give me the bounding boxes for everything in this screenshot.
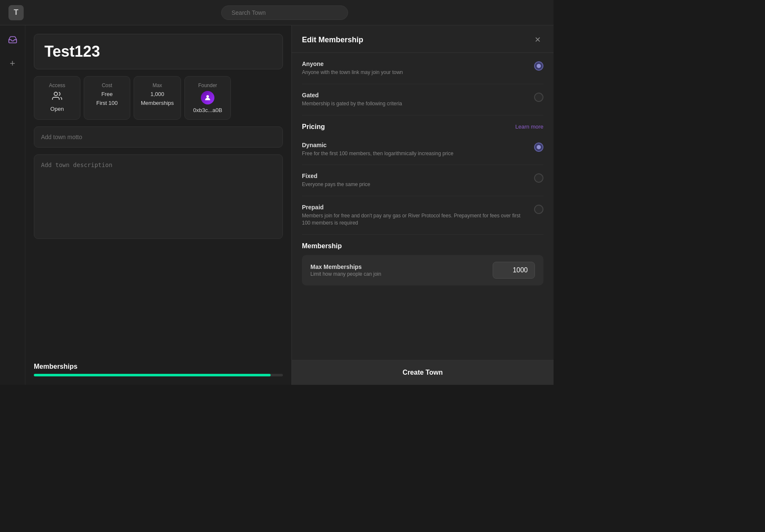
- stat-card-max: Max 1,000 Memberships: [134, 76, 181, 120]
- content-area: Access Open Cost Free Fi: [25, 25, 554, 385]
- option-fixed-radio[interactable]: [534, 173, 543, 183]
- option-dynamic[interactable]: Dynamic Free for the first 100 members, …: [302, 134, 543, 165]
- stat-value-access: Open: [50, 106, 64, 112]
- svg-point-0: [54, 92, 58, 96]
- progress-bar-container: [34, 374, 283, 376]
- option-fixed-desc: Everyone pays the same price: [302, 181, 527, 188]
- membership-section-title: Membership: [302, 242, 543, 250]
- stats-row: Access Open Cost Free Fi: [34, 76, 283, 120]
- search-container: [24, 5, 545, 20]
- option-anyone-desc: Anyone with the town link may join your …: [302, 69, 527, 76]
- users-icon: [52, 91, 62, 103]
- stat-label-access: Access: [49, 82, 66, 88]
- sidebar-item-add[interactable]: +: [5, 56, 20, 71]
- option-gated-radio[interactable]: [534, 93, 543, 102]
- option-fixed[interactable]: Fixed Everyone pays the same price: [302, 165, 543, 196]
- option-anyone-title: Anyone: [302, 60, 527, 67]
- panel-body: Anyone Anyone with the town link may joi…: [292, 53, 554, 360]
- svg-point-1: [206, 95, 209, 98]
- option-dynamic-radio[interactable]: [534, 143, 543, 152]
- topbar: T: [0, 0, 554, 25]
- stat-value-cost-first100: First 100: [96, 100, 118, 106]
- close-button[interactable]: ✕: [532, 34, 543, 46]
- stat-value-max-count: 1,000: [151, 91, 165, 97]
- panel-title: Edit Membership: [302, 36, 363, 44]
- option-fixed-title: Fixed: [302, 173, 527, 179]
- description-input[interactable]: [34, 154, 283, 239]
- logo[interactable]: T: [8, 5, 24, 20]
- option-anyone-radio[interactable]: [534, 61, 543, 71]
- search-input[interactable]: [221, 5, 348, 20]
- membership-row: Max Memberships Limit how many people ca…: [302, 255, 543, 285]
- stat-card-access: Access Open: [34, 76, 80, 120]
- pricing-section-header: Pricing Learn more: [302, 115, 543, 134]
- right-panel: Edit Membership ✕ Anyone Anyone with the…: [291, 25, 554, 385]
- max-memberships-title: Max Memberships: [310, 263, 381, 270]
- sidebar: +: [0, 25, 25, 385]
- option-prepaid[interactable]: Prepaid Members join for free and don't …: [302, 196, 543, 235]
- inbox-icon: [8, 35, 17, 44]
- option-prepaid-title: Prepaid: [302, 204, 527, 211]
- option-anyone[interactable]: Anyone Anyone with the town link may joi…: [302, 53, 543, 84]
- stat-value-max-memberships: Memberships: [141, 100, 174, 106]
- option-dynamic-desc: Free for the first 100 members, then log…: [302, 150, 527, 157]
- panel-header: Edit Membership ✕: [292, 25, 554, 53]
- pricing-label: Pricing: [302, 123, 325, 131]
- motto-input[interactable]: [34, 126, 283, 148]
- add-icon: +: [10, 58, 15, 69]
- stat-label-max: Max: [153, 82, 162, 88]
- stat-value-founder-address: 0xb3c...a0B: [193, 107, 222, 113]
- stat-label-founder: Founder: [198, 82, 217, 88]
- stat-card-cost: Cost Free First 100: [84, 76, 130, 120]
- founder-avatar: [201, 91, 214, 104]
- main-layout: + Access: [0, 25, 554, 385]
- memberships-section: Memberships: [34, 363, 283, 376]
- town-name-input[interactable]: [34, 34, 283, 69]
- memberships-label: Memberships: [34, 363, 283, 370]
- option-prepaid-radio[interactable]: [534, 205, 543, 214]
- membership-section: Membership Max Memberships Limit how man…: [302, 235, 543, 293]
- option-gated[interactable]: Gated Membership is gated by the followi…: [302, 84, 543, 115]
- option-gated-title: Gated: [302, 92, 527, 99]
- option-dynamic-title: Dynamic: [302, 142, 527, 148]
- option-prepaid-desc: Members join for free and don't pay any …: [302, 212, 527, 227]
- max-memberships-input[interactable]: [493, 262, 535, 279]
- create-town-button[interactable]: Create Town: [292, 360, 554, 385]
- stat-value-cost-free: Free: [101, 91, 113, 97]
- learn-more-link[interactable]: Learn more: [515, 123, 543, 130]
- max-memberships-desc: Limit how many people can join: [310, 271, 381, 277]
- progress-bar-fill: [34, 374, 271, 376]
- close-icon: ✕: [535, 35, 541, 44]
- sidebar-item-inbox[interactable]: [5, 32, 20, 47]
- left-panel: Access Open Cost Free Fi: [25, 25, 291, 385]
- option-gated-desc: Membership is gated by the following cri…: [302, 100, 527, 107]
- stat-card-founder: Founder 0xb3c...a0B: [184, 76, 231, 120]
- stat-label-cost: Cost: [102, 82, 112, 88]
